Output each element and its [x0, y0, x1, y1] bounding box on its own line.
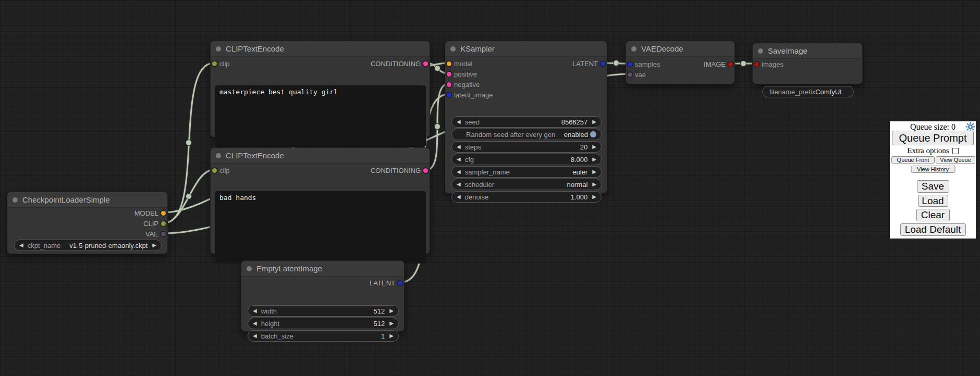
- node-collapse-dot-icon[interactable]: [216, 46, 221, 52]
- extra-options-label: Extra options: [907, 146, 949, 155]
- node-collapse-dot-icon[interactable]: [631, 46, 636, 52]
- output-slot-clip[interactable]: [161, 221, 166, 226]
- decrement-arrow-icon[interactable]: ◀: [457, 144, 461, 149]
- increment-arrow-icon[interactable]: ▶: [592, 157, 596, 162]
- load-button[interactable]: Load: [918, 195, 948, 207]
- increment-arrow-icon[interactable]: ▶: [592, 194, 596, 199]
- decrement-arrow-icon[interactable]: ◀: [457, 194, 461, 199]
- node-collapse-dot-icon[interactable]: [450, 46, 456, 52]
- clear-button[interactable]: Clear: [916, 209, 950, 221]
- input-slot-latent-image[interactable]: [447, 93, 451, 97]
- decrement-arrow-icon[interactable]: ◀: [253, 333, 257, 339]
- input-slot-clip[interactable]: [212, 168, 217, 173]
- input-slot-clip[interactable]: [212, 61, 217, 66]
- decrement-arrow-icon[interactable]: ◀: [457, 119, 461, 124]
- increment-arrow-icon[interactable]: ▶: [389, 321, 394, 326]
- node-title-bar[interactable]: VAEDecode: [626, 41, 734, 57]
- negative-prompt-textarea[interactable]: bad hands: [215, 191, 426, 264]
- increment-arrow-icon[interactable]: ▶: [592, 169, 596, 174]
- output-slot-image[interactable]: [728, 62, 733, 67]
- input-slot-positive[interactable]: [447, 72, 451, 77]
- height-widget[interactable]: ◀ height 512 ▶: [248, 318, 399, 329]
- node-clip-text-encode-positive[interactable]: CLIPTextEncode clip CONDITIONING masterp…: [210, 41, 430, 137]
- link-midpoint-dot[interactable]: [741, 61, 746, 67]
- node-title-bar[interactable]: SaveImage: [753, 43, 862, 59]
- save-button[interactable]: Save: [917, 180, 949, 193]
- filename-prefix-widget[interactable]: filename_prefix ComfyUI: [762, 86, 854, 97]
- node-title-bar[interactable]: CheckpointLoaderSimple: [7, 192, 167, 208]
- node-collapse-dot-icon[interactable]: [13, 197, 18, 203]
- denoise-widget[interactable]: ◀ denoise 1.000 ▶: [451, 191, 602, 203]
- random-seed-toggle-widget[interactable]: Random seed after every gen enabled: [451, 129, 602, 140]
- toggle-dot-icon[interactable]: [590, 131, 596, 137]
- output-label-vae: VAE: [145, 230, 158, 238]
- queue-front-button[interactable]: Queue Front: [891, 156, 935, 164]
- width-widget[interactable]: ◀ width 512 ▶: [248, 305, 399, 317]
- node-title-bar[interactable]: KSampler: [445, 41, 607, 57]
- node-checkpoint-loader[interactable]: CheckpointLoaderSimple MODEL CLIP VAE ◀ …: [7, 192, 168, 254]
- widget-value: 8.000: [571, 156, 588, 164]
- link-midpoint-dot[interactable]: [435, 66, 440, 71]
- decrement-arrow-icon[interactable]: ◀: [457, 157, 461, 162]
- node-clip-text-encode-negative[interactable]: CLIPTextEncode clip CONDITIONING bad han…: [210, 147, 430, 254]
- scheduler-widget[interactable]: ◀ scheduler normal ▶: [451, 179, 602, 190]
- steps-widget[interactable]: ◀ steps 20 ▶: [451, 141, 602, 153]
- input-label-model: model: [454, 60, 472, 68]
- input-slot-model[interactable]: [447, 61, 451, 66]
- batch-size-widget[interactable]: ◀ batch_size 1 ▶: [248, 330, 399, 342]
- node-collapse-dot-icon[interactable]: [758, 48, 763, 54]
- decrement-arrow-icon[interactable]: ◀: [19, 243, 23, 248]
- input-label-samples: samples: [635, 60, 660, 68]
- increment-arrow-icon[interactable]: ▶: [592, 144, 596, 149]
- decrement-arrow-icon[interactable]: ◀: [253, 308, 257, 314]
- node-ksampler[interactable]: KSampler model LATENT positive negative …: [445, 41, 607, 194]
- input-slot-images[interactable]: [754, 62, 759, 67]
- load-default-button[interactable]: Load Default: [900, 223, 966, 236]
- queue-prompt-button[interactable]: Queue Prompt: [892, 131, 974, 145]
- link-midpoint-dot[interactable]: [186, 140, 192, 146]
- increment-arrow-icon[interactable]: ▶: [592, 182, 596, 187]
- link-midpoint-dot[interactable]: [186, 194, 192, 199]
- widget-label: cfg: [465, 156, 474, 164]
- link-midpoint-dot[interactable]: [614, 60, 619, 66]
- view-history-button[interactable]: View History: [911, 166, 955, 173]
- cfg-widget[interactable]: ◀ cfg 8.000 ▶: [451, 154, 602, 165]
- increment-arrow-icon[interactable]: ▶: [389, 333, 394, 339]
- input-slot-vae[interactable]: [628, 72, 632, 77]
- ckpt-name-widget[interactable]: ◀ ckpt_name v1-5-pruned-emaonly.ckpt ▶: [14, 240, 162, 251]
- output-slot-vae[interactable]: [161, 232, 166, 236]
- sampler-name-widget[interactable]: ◀ sampler_name euler ▶: [451, 166, 602, 178]
- node-title-label: CLIPTextEncode: [226, 44, 284, 53]
- widget-label: batch_size: [261, 332, 293, 340]
- decrement-arrow-icon[interactable]: ◀: [457, 182, 461, 187]
- node-collapse-dot-icon[interactable]: [216, 153, 221, 158]
- extra-options-checkbox[interactable]: [952, 148, 959, 154]
- positive-prompt-textarea[interactable]: masterpiece best quality girl: [215, 85, 426, 147]
- input-slot-negative[interactable]: [447, 82, 451, 87]
- widget-label: filename_prefix: [769, 88, 815, 96]
- node-empty-latent-image[interactable]: EmptyLatentImage LATENT ◀ width 512 ▶ ◀ …: [241, 260, 405, 332]
- node-title-bar[interactable]: CLIPTextEncode: [211, 41, 430, 57]
- output-slot-conditioning[interactable]: [423, 168, 428, 173]
- increment-arrow-icon[interactable]: ▶: [389, 308, 394, 314]
- node-collapse-dot-icon[interactable]: [247, 266, 252, 271]
- node-vae-decode[interactable]: VAEDecode samples IMAGE vae: [626, 41, 735, 84]
- node-title-bar[interactable]: EmptyLatentImage: [241, 261, 404, 277]
- output-slot-latent[interactable]: [601, 61, 605, 66]
- increment-arrow-icon[interactable]: ▶: [592, 119, 596, 124]
- decrement-arrow-icon[interactable]: ◀: [253, 321, 257, 326]
- decrement-arrow-icon[interactable]: ◀: [457, 169, 461, 174]
- slot-row: LATENT: [241, 278, 404, 288]
- output-slot-conditioning[interactable]: [423, 61, 428, 66]
- link-midpoint-dot[interactable]: [435, 124, 440, 130]
- view-queue-button[interactable]: View Queue: [936, 156, 975, 164]
- output-slot-model[interactable]: [161, 211, 166, 216]
- increment-arrow-icon[interactable]: ▶: [152, 243, 156, 248]
- output-slot-latent[interactable]: [398, 281, 402, 285]
- input-slot-samples[interactable]: [628, 62, 632, 67]
- output-label-latent: LATENT: [572, 60, 598, 68]
- widget-label: width: [261, 307, 277, 315]
- seed-widget[interactable]: ◀ seed 8566257 ▶: [451, 116, 602, 128]
- node-save-image[interactable]: SaveImage images filename_prefix ComfyUI: [752, 43, 863, 84]
- node-title-bar[interactable]: CLIPTextEncode: [211, 148, 430, 164]
